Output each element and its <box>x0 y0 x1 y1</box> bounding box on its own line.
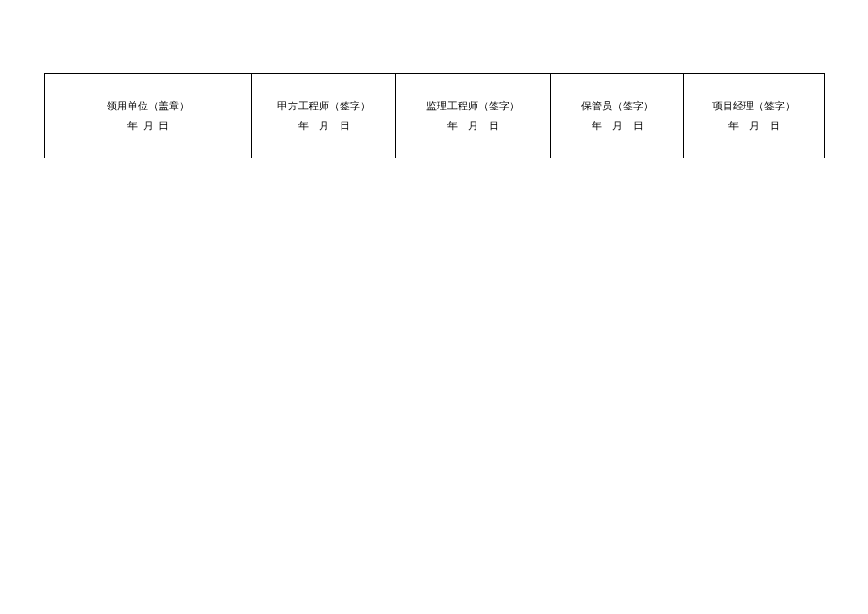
signature-date: 年 月 日 <box>555 116 679 136</box>
signature-title: 领用单位（盖章） <box>49 96 247 116</box>
signature-date: 年 月 日 <box>256 116 392 136</box>
signature-date: 年 月 日 <box>688 116 820 136</box>
signature-cell-supervision-engineer: 监理工程师（签字） 年 月 日 <box>396 74 551 158</box>
signature-title: 保管员（签字） <box>555 96 679 116</box>
signature-cell-storekeeper: 保管员（签字） 年 月 日 <box>551 74 684 158</box>
signature-row: 领用单位（盖章） 年 月 日 甲方工程师（签字） 年 月 日 监理工程师（签字）… <box>45 74 825 158</box>
signature-cell-receiving-unit: 领用单位（盖章） 年 月 日 <box>45 74 252 158</box>
signature-cell-project-manager: 项目经理（签字） 年 月 日 <box>684 74 825 158</box>
signature-table: 领用单位（盖章） 年 月 日 甲方工程师（签字） 年 月 日 监理工程师（签字）… <box>44 73 825 158</box>
signature-title: 项目经理（签字） <box>688 96 820 116</box>
signature-date: 年 月 日 <box>49 116 247 136</box>
signature-title: 甲方工程师（签字） <box>256 96 392 116</box>
signature-title: 监理工程师（签字） <box>400 96 546 116</box>
signature-cell-party-a-engineer: 甲方工程师（签字） 年 月 日 <box>252 74 396 158</box>
signature-date: 年 月 日 <box>400 116 546 136</box>
